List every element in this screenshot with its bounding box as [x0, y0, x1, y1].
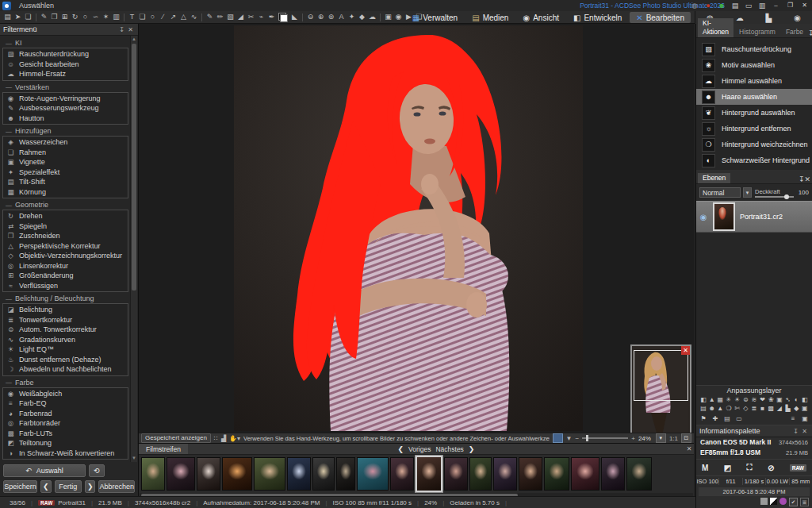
blend-mode-dropdown-icon[interactable]: ▼: [743, 187, 752, 198]
background-color-swatch[interactable]: [280, 14, 288, 22]
adjustment-layer-icon[interactable]: ❤: [759, 395, 767, 404]
pointer-tool[interactable]: ➤: [13, 11, 23, 23]
collapse-icon[interactable]: —: [6, 202, 12, 209]
zoom-out-icon[interactable]: −: [576, 435, 580, 442]
smudge-tool[interactable]: ⌁: [256, 11, 266, 23]
mode-tab-ansicht[interactable]: ◉Ansicht: [516, 12, 565, 23]
view-single-icon[interactable]: ▣: [383, 11, 393, 23]
filmstrip-thumbnail[interactable]: [519, 457, 542, 491]
fill-tool[interactable]: ◣: [289, 11, 300, 23]
filter-item-vignette[interactable]: ▣Vignette: [3, 157, 128, 167]
zoom-slider-thumb[interactable]: [586, 435, 588, 441]
adjustment-layer-icon[interactable]: ▦: [716, 395, 724, 404]
histogram-icon[interactable]: ▙: [766, 13, 772, 22]
navigator-preview[interactable]: ✕: [630, 344, 691, 433]
ki-action-select-hair[interactable]: ☻Haare auswählen: [696, 89, 812, 105]
ki-action-bw-background[interactable]: ◐Schwarzweißer Hintergrund: [696, 152, 812, 168]
section-title-belichtung-beleuchtung[interactable]: —Belichtung / Beleuchtung: [6, 294, 128, 302]
filter-item-repair-tool[interactable]: ✎Ausbesserungswerkzeug: [3, 103, 128, 114]
mode-tab-entwickeln[interactable]: ◧Entwickeln: [567, 12, 628, 23]
filmstrip-thumbnail[interactable]: [312, 457, 335, 491]
user-online-icon[interactable]: ☻: [717, 0, 726, 11]
close-button[interactable]: ✕: [799, 0, 810, 11]
filter-item-special-effect[interactable]: ✦Spezialeffekt: [3, 167, 128, 178]
crop-tool[interactable]: ❐: [49, 11, 59, 23]
delete-layer-icon[interactable]: ▭: [735, 414, 743, 423]
adjustment-layer-icon[interactable]: ▩: [767, 404, 775, 413]
zoom-menu-button[interactable]: ▾: [656, 433, 666, 443]
next-button[interactable]: ❯: [85, 480, 96, 493]
filmstrip-thumbnail[interactable]: [493, 457, 517, 491]
frame-icon[interactable]: ▣: [800, 498, 809, 506]
cloud-365-icon[interactable]: ☁: [736, 13, 744, 22]
expand-icon[interactable]: ∷: [214, 435, 218, 442]
filter-item-face-edit[interactable]: ☺Gesicht bearbeiten: [3, 60, 128, 70]
next-link[interactable]: Nächstes: [435, 445, 463, 453]
rectangle-tool[interactable]: ❏: [137, 11, 147, 23]
filter-item-grain[interactable]: ▦Körnung: [3, 187, 128, 198]
adjustment-layer-icon[interactable]: ⊜: [741, 395, 749, 404]
contrast-swatch-icon[interactable]: [770, 498, 777, 505]
layer-options-icon[interactable]: ▣: [801, 414, 809, 423]
filmstrip-thumbnail[interactable]: [416, 456, 442, 492]
scroll-up-icon[interactable]: ▲: [131, 36, 137, 43]
tab-ki-aktionen[interactable]: KI-Aktionen: [698, 18, 733, 37]
minimize-button[interactable]: –: [771, 0, 781, 11]
adjustment-layer-icon[interactable]: ◧: [699, 395, 707, 404]
previous-chevron-icon[interactable]: ❮: [398, 445, 404, 453]
marquee-select-tool[interactable]: ❏: [23, 11, 33, 23]
mode-tab-bearbeiten[interactable]: ✕Bearbeiten: [630, 12, 691, 23]
filter-item-flip[interactable]: ⇄Spiegeln: [3, 221, 128, 232]
close-icon[interactable]: ✕: [126, 26, 135, 33]
filter-item-perspective-correction[interactable]: △Perspektivische Korrektur: [3, 241, 128, 252]
filter-item-tone-curves[interactable]: ∿Gradationskurven: [3, 335, 128, 345]
filter-item-white-balance[interactable]: ◉Weißabgleich: [3, 389, 128, 399]
filmstrip-thumbnail[interactable]: [571, 457, 599, 491]
done-button[interactable]: Fertig: [55, 480, 82, 493]
close-icon[interactable]: ✕: [804, 175, 810, 183]
zoom-out-tool[interactable]: ⊖: [305, 11, 316, 23]
filter-item-noise-reduction[interactable]: ▨Rauschunterdrückung: [3, 49, 128, 60]
view-compare-icon[interactable]: ◉: [393, 11, 404, 23]
history-button[interactable]: ⟲: [89, 464, 105, 477]
adjustment-layer-icon[interactable]: ◢: [776, 404, 783, 413]
filter-item-exposure[interactable]: ◪Belichtung: [3, 305, 128, 315]
filmstrip-thumbnail[interactable]: [141, 457, 165, 491]
ki-action-select-sky[interactable]: ☁Himmel auswählen: [696, 73, 812, 89]
filmstrip-thumbnail[interactable]: [357, 457, 389, 491]
lasso-tool[interactable]: ∽: [90, 11, 101, 23]
filmstrip-thumbnail[interactable]: [626, 457, 652, 491]
zoom-dropdown-icon[interactable]: ▼: [566, 435, 573, 442]
filter-item-skin-tone[interactable]: ☻Hautton: [3, 114, 128, 124]
filter-item-red-eye[interactable]: ◉Rote-Augen-Verringerung: [3, 94, 128, 104]
filmstrip-thumbnail[interactable]: [601, 457, 625, 491]
adjustment-layer-icon[interactable]: ❀: [767, 395, 775, 404]
sync-sphere-icon[interactable]: ◍: [690, 0, 699, 11]
filter-item-borders[interactable]: ❏Rahmen: [3, 148, 128, 158]
show-saved-button[interactable]: Gespeichert anzeigen: [141, 433, 211, 443]
filmstrip-thumbnail[interactable]: [167, 457, 195, 491]
purple-dot-icon[interactable]: [779, 498, 787, 505]
scrollbar-thumb[interactable]: [132, 44, 136, 291]
magic-wand-tool[interactable]: ✶: [101, 11, 111, 23]
adjustment-layer-icon[interactable]: ☀: [733, 395, 741, 404]
opacity-slider-knob[interactable]: [784, 194, 789, 199]
collapse-icon[interactable]: —: [6, 379, 12, 386]
app-icon[interactable]: [2, 2, 11, 10]
adjustment-layer-icon[interactable]: ◆: [792, 404, 800, 413]
text-style-tool[interactable]: A: [336, 11, 347, 23]
filmstrip-close-icon[interactable]: ✕: [684, 445, 694, 452]
section-title-hinzufügen[interactable]: —Hinzufügen: [6, 127, 128, 135]
navigator-close-icon[interactable]: ✕: [681, 346, 690, 355]
adjustment-layer-icon[interactable]: ≣: [750, 404, 758, 413]
brush-tool[interactable]: ✎: [205, 11, 215, 23]
save-button[interactable]: Speichern: [3, 480, 37, 493]
tab-histogramm[interactable]: Histogramm: [734, 27, 780, 37]
filmstrip-thumbnail[interactable]: [197, 457, 220, 491]
previous-button[interactable]: ❮: [40, 480, 52, 493]
ellipse-select-tool[interactable]: ○: [80, 11, 90, 23]
adjustment-layer-icon[interactable]: ▣: [801, 404, 809, 413]
actual-size-button[interactable]: 1:1: [669, 435, 678, 442]
pin-icon[interactable]: ↧: [799, 175, 805, 183]
ki-action-remove-background[interactable]: ☼Hintergrund entfernen: [696, 121, 812, 137]
